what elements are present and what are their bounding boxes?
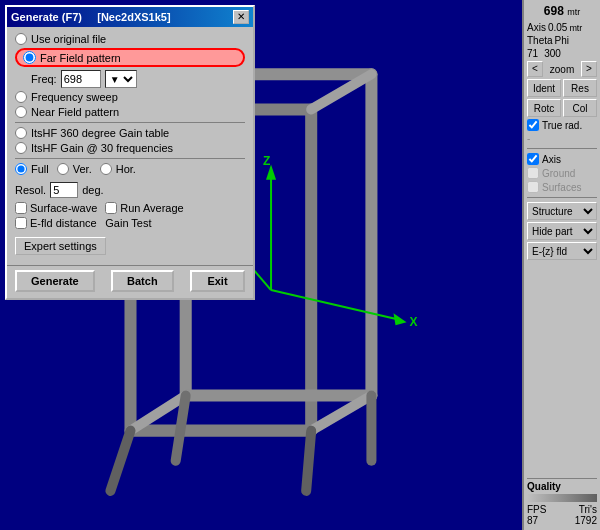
ver-radio-row: Ver. xyxy=(57,163,92,175)
zoom-in-btn[interactable]: > xyxy=(581,61,597,77)
rotc-btn[interactable]: Rotc xyxy=(527,99,561,117)
generate-dialog: Generate (F7) [Nec2dXS1k5] ✕ Use origina… xyxy=(5,5,255,300)
quality-section: Quality FPS Tri's 87 1792 xyxy=(527,476,597,526)
right-panel: 698 mtr Axis 0.05 mtr Theta Phi 71 300 <… xyxy=(522,0,600,530)
run-avg-row: Run Average xyxy=(105,202,183,214)
full-radio[interactable] xyxy=(15,163,27,175)
dialog-footer: Generate Batch Exit xyxy=(7,265,253,298)
axis-check-row: Axis xyxy=(527,153,597,165)
far-field-highlighted-row: Far Field pattern xyxy=(15,48,245,67)
axis-row: Axis 0.05 mtr xyxy=(527,22,597,33)
run-avg-checkbox[interactable] xyxy=(105,202,117,214)
surface-wave-row: Surface-wave xyxy=(15,202,97,214)
fps-tris-row: FPS Tri's xyxy=(527,504,597,515)
itshf-gain-radio[interactable] xyxy=(15,142,27,154)
dialog-close-btn[interactable]: ✕ xyxy=(233,10,249,24)
true-rad-checkbox[interactable] xyxy=(527,119,539,131)
ident-res-row: Ident Res xyxy=(527,79,597,97)
use-original-radio[interactable] xyxy=(15,33,27,45)
divider-1 xyxy=(527,148,597,149)
frequency-sweep-radio[interactable] xyxy=(15,91,27,103)
full-ver-hor-row: Full Ver. Hor. xyxy=(15,163,245,178)
section-divider-2 xyxy=(15,158,245,159)
checkboxes-area: Surface-wave E-fld distance Run Average … xyxy=(15,202,245,229)
efld-dist-row: E-fld distance xyxy=(15,217,97,229)
theta-phi-vals: 71 300 xyxy=(527,48,597,59)
col-btn[interactable]: Col xyxy=(563,99,597,117)
dialog-titlebar: Generate (F7) [Nec2dXS1k5] ✕ xyxy=(7,7,253,27)
batch-btn[interactable]: Batch xyxy=(111,270,174,292)
itshf-gain-row: ItsHF Gain @ 30 frequencies xyxy=(15,142,245,154)
fps-tris-vals: 87 1792 xyxy=(527,515,597,526)
freq-display: 698 mtr xyxy=(527,4,597,18)
section-divider-1 xyxy=(15,122,245,123)
svg-text:X: X xyxy=(410,315,418,329)
right-checkboxes: Run Average Gain Test xyxy=(105,202,183,229)
efld-select[interactable]: E-{z} fld xyxy=(527,242,597,260)
quality-label: Quality xyxy=(527,481,597,492)
divider-2 xyxy=(527,197,597,198)
freq-input[interactable] xyxy=(61,70,101,88)
quality-bar xyxy=(527,494,597,502)
use-original-row: Use original file xyxy=(15,33,245,45)
ver-radio[interactable] xyxy=(57,163,69,175)
dialog-title: Generate (F7) [Nec2dXS1k5] xyxy=(11,11,171,23)
ground-check-row: Ground xyxy=(527,167,597,179)
resol-row: Resol. deg. xyxy=(15,182,245,198)
ground-checkbox[interactable] xyxy=(527,167,539,179)
surfaces-check-row: Surfaces xyxy=(527,181,597,193)
dialog-content: Use original file Far Field pattern Freq… xyxy=(7,27,253,265)
hor-radio[interactable] xyxy=(100,163,112,175)
svg-line-14 xyxy=(306,431,311,491)
full-radio-row: Full xyxy=(15,163,49,175)
hor-radio-row: Hor. xyxy=(100,163,136,175)
svg-text:Z: Z xyxy=(263,154,270,168)
freq-row: Freq: ▼ xyxy=(31,70,245,88)
ident-btn[interactable]: Ident xyxy=(527,79,561,97)
res-btn[interactable]: Res xyxy=(563,79,597,97)
zoom-out-btn[interactable]: < xyxy=(527,61,543,77)
resol-input[interactable] xyxy=(50,182,78,198)
expert-settings-btn[interactable]: Expert settings xyxy=(15,237,106,255)
gain-test-row: Gain Test xyxy=(105,217,183,229)
generate-btn[interactable]: Generate xyxy=(15,270,95,292)
surfaces-checkbox[interactable] xyxy=(527,181,539,193)
spacer-dash: - xyxy=(527,133,597,144)
rotc-col-row: Rotc Col xyxy=(527,99,597,117)
efld-dist-checkbox[interactable] xyxy=(15,217,27,229)
exit-btn[interactable]: Exit xyxy=(190,270,245,292)
left-checkboxes: Surface-wave E-fld distance xyxy=(15,202,97,229)
near-field-row: Near Field pattern xyxy=(15,106,245,118)
near-field-radio[interactable] xyxy=(15,106,27,118)
theta-phi-row: Theta Phi xyxy=(527,35,597,46)
far-field-radio[interactable] xyxy=(23,51,36,64)
surface-wave-checkbox[interactable] xyxy=(15,202,27,214)
true-rad-row: True rad. xyxy=(527,119,597,131)
axis-checkbox[interactable] xyxy=(527,153,539,165)
itshf-360-radio[interactable] xyxy=(15,127,27,139)
itshf-360-row: ItsHF 360 degree Gain table xyxy=(15,127,245,139)
divider-3 xyxy=(527,478,597,479)
freq-unit-select[interactable]: ▼ xyxy=(105,70,137,88)
zoom-row: < zoom > xyxy=(527,61,597,77)
frequency-sweep-row: Frequency sweep xyxy=(15,91,245,103)
structure-select[interactable]: Structure xyxy=(527,202,597,220)
hide-part-select[interactable]: Hide part xyxy=(527,222,597,240)
